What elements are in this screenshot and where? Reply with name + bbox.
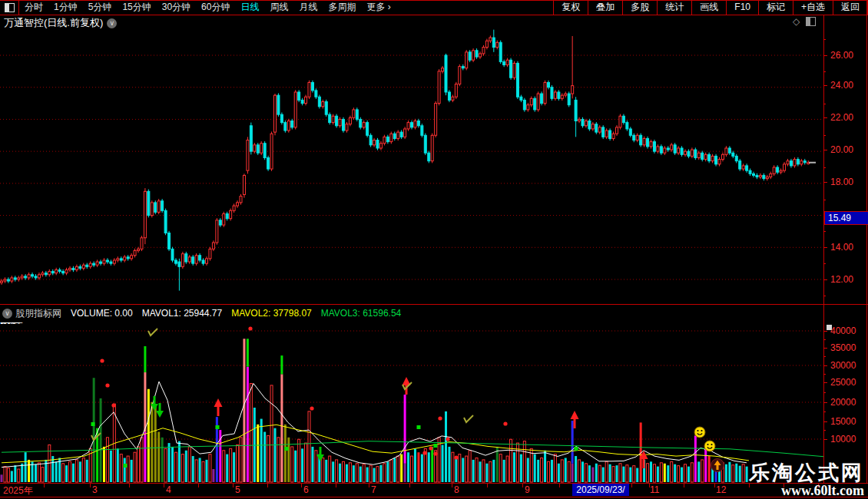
orange-up-arrow-stem [717, 464, 719, 470]
candle-body [530, 98, 532, 104]
volume-bar [739, 466, 741, 482]
candle-body [622, 116, 624, 122]
volume-bar-segment [280, 355, 283, 374]
toolbar-action-叠加[interactable]: 叠加 [588, 0, 622, 15]
volume-bar [131, 460, 133, 482]
date-axis-tick [369, 484, 369, 487]
toolbar-period-5分钟[interactable]: 5分钟 [83, 2, 118, 12]
candle-body [575, 100, 577, 121]
candle-body [349, 117, 351, 124]
volume-axis-minor-tick [823, 374, 826, 375]
volume-bar [694, 435, 697, 482]
candle-body [171, 249, 174, 260]
volume-bar [202, 461, 204, 482]
candle-body [428, 153, 430, 160]
candle-body [31, 275, 34, 276]
candle-body [568, 94, 570, 105]
candle-body [202, 260, 204, 263]
toolbar-period-1分钟[interactable]: 1分钟 [48, 2, 83, 12]
volume-bar [691, 463, 693, 482]
candle-body [684, 151, 687, 154]
toolbar-action-复权[interactable]: 复权 [553, 0, 588, 15]
candle-body [359, 119, 362, 127]
price-axis-label: 24.00 [830, 80, 853, 91]
volume-bar [585, 464, 587, 482]
price-axis-minor-tick [823, 263, 826, 264]
toolbar-period-60分钟[interactable]: 60分钟 [196, 2, 235, 12]
volume-bar-segment [144, 432, 146, 482]
toolbar-period-周线[interactable]: 周线 [264, 2, 293, 12]
volume-axis-tick [823, 402, 827, 403]
volume-bar [482, 460, 485, 482]
watermark-site-url: www.60lt.com [749, 484, 864, 498]
volume-bar [687, 467, 690, 482]
window-split-icon[interactable] [0, 0, 19, 15]
date-axis[interactable]: 2025/09/23/二 2025年34567891112 [0, 483, 868, 497]
candle-body [759, 175, 761, 177]
toolbar-period-分时[interactable]: 分时 [19, 2, 48, 12]
candle-body [141, 238, 143, 250]
panel-layout-icon[interactable] [806, 17, 816, 26]
price-axis-tick [823, 182, 827, 183]
toolbar-action-统计[interactable]: 统计 [657, 0, 691, 15]
signal-red-dot [454, 455, 458, 459]
date-axis-tick [487, 484, 488, 487]
candle-body [212, 243, 214, 249]
toolbar-action-F10[interactable]: F10 [726, 0, 758, 15]
volume-bar [561, 460, 563, 482]
volume-bar [311, 447, 313, 482]
candle-body [626, 123, 628, 129]
candle-body [465, 52, 468, 68]
toolbar-action-画线[interactable]: 画线 [691, 0, 726, 15]
toolbar-period-15分钟[interactable]: 15分钟 [117, 2, 156, 12]
candle-body [602, 127, 605, 137]
volume-chart-canvas[interactable]: 破位破位实破破位牛实破实破牛实破底牛实破 [0, 322, 823, 483]
candle-body [325, 101, 327, 114]
volume-bar [181, 454, 184, 482]
smiley-eye [707, 444, 708, 445]
candle-body [708, 154, 711, 160]
indicator-source[interactable]: 股朋指标网 [15, 307, 61, 320]
green-square-marker [575, 447, 578, 451]
volume-bar [315, 451, 317, 482]
toolbar-period-月线[interactable]: 月线 [293, 2, 323, 12]
price-axis-tick [823, 117, 827, 118]
candle-body [793, 160, 796, 166]
volume-bar [485, 464, 488, 482]
candle-body [650, 142, 652, 147]
candle-body [38, 275, 40, 278]
toolbar-period-30分钟[interactable]: 30分钟 [157, 2, 196, 12]
pane-divider [0, 304, 868, 305]
candle-body [178, 262, 181, 266]
toolbar-action-标记[interactable]: 标记 [758, 0, 793, 15]
candle-body [117, 259, 119, 260]
candle-body [137, 249, 140, 250]
toolbar-period-日线[interactable]: 日线 [235, 2, 264, 12]
date-axis-month: 6 [303, 484, 309, 495]
date-axis-tick [409, 484, 410, 487]
toolbar-action-多股[interactable]: 多股 [622, 0, 657, 15]
check-mark-icon [148, 329, 157, 335]
price-axis-label: 22.00 [830, 112, 853, 123]
candle-body [558, 92, 560, 98]
chevron-down-icon[interactable]: ∨ [2, 309, 12, 319]
toolbar-action-返回[interactable]: 返回 [833, 0, 868, 15]
toolbar-period-多周期[interactable]: 多周期 [323, 2, 361, 12]
volume-bar [499, 454, 502, 482]
chevron-down-icon[interactable]: ∨ [107, 18, 117, 28]
price-chart-canvas[interactable] [0, 15, 823, 304]
candle-body [571, 86, 574, 94]
date-axis-tick [649, 484, 650, 487]
toolbar-action-+自选[interactable]: +自选 [793, 0, 833, 15]
volume-bar [343, 461, 345, 482]
toolbar-period-更多 ›[interactable]: 更多 › [361, 2, 396, 12]
diamond-icon[interactable]: ◇ [793, 16, 800, 27]
candle-body [479, 54, 482, 57]
volume-bar [93, 378, 95, 482]
volume-bar [537, 460, 539, 482]
volume-bar [455, 456, 457, 482]
date-axis-month: 5 [235, 484, 240, 495]
candle-body [595, 124, 598, 132]
volume-bar [363, 464, 365, 482]
volume-bar [356, 464, 358, 482]
